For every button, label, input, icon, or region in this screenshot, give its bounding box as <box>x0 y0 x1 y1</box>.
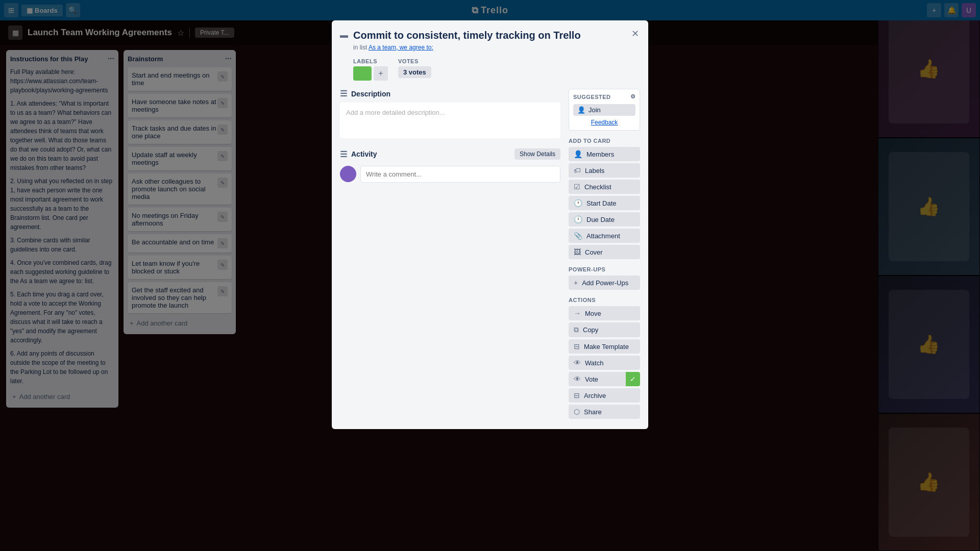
current-user-avatar <box>340 166 356 182</box>
members-button[interactable]: 👤 Members <box>569 147 640 161</box>
feedback-link[interactable]: Feedback <box>573 119 635 126</box>
votes-button[interactable]: 3 votes <box>398 66 431 78</box>
person-icon: 👤 <box>574 150 582 158</box>
description-placeholder: Add a more detailed description... <box>346 109 445 116</box>
show-details-button[interactable]: Show Details <box>514 148 560 160</box>
eye-icon: 👁 <box>574 359 581 367</box>
arrow-icon: → <box>574 309 581 317</box>
description-icon: ☰ <box>340 89 347 98</box>
modal-main: ☰ Description Add a more detailed descri… <box>340 89 560 421</box>
card-detail-icon: ▬ <box>340 31 348 40</box>
modal-body: ☰ Description Add a more detailed descri… <box>340 89 640 421</box>
checklist-button[interactable]: ☑ Checklist <box>569 180 640 194</box>
actions-label: ACTIONS <box>569 297 640 303</box>
copy-button[interactable]: ⧉ Copy <box>569 322 640 337</box>
description-header: ☰ Description <box>340 89 560 98</box>
vote-button-row: 👁 Vote ✓ <box>569 372 640 386</box>
card-detail-modal: ✕ ▬ Commit to consistent, timely trackin… <box>332 20 648 429</box>
power-ups-label: POWER-UPS <box>569 266 640 272</box>
labels-section: LABELS + <box>353 58 388 81</box>
make-template-button[interactable]: ⊟ Make Template <box>569 339 640 354</box>
cover-button[interactable]: 🖼 Cover <box>569 245 640 259</box>
checklist-icon: ☑ <box>574 183 580 191</box>
tag-icon: 🏷 <box>574 166 581 174</box>
archive-icon: ⊟ <box>574 391 580 399</box>
copy-icon: ⧉ <box>574 325 579 334</box>
modal-sidebar: SUGGESTED ⚙ 👤 Join Feedback ADD TO CARD … <box>569 89 640 421</box>
modal-title[interactable]: Commit to consistent, timely tracking on… <box>353 29 581 42</box>
vote-button[interactable]: 👁 Vote <box>569 372 626 386</box>
modal-meta-row: LABELS + VOTES 3 votes <box>353 58 640 81</box>
join-button[interactable]: 👤 Join <box>573 104 635 116</box>
activity-title: ☰ Activity <box>340 149 377 159</box>
add-to-card-label: ADD TO CARD <box>569 138 640 144</box>
list-name-link[interactable]: As a team, we agree to: <box>369 44 433 51</box>
clock-icon: 🕐 <box>574 215 582 223</box>
plus-icon: + <box>574 279 578 287</box>
suggested-section: SUGGESTED ⚙ 👤 Join Feedback <box>569 89 640 131</box>
vote-icon: 👁 <box>574 375 581 383</box>
modal-close-button[interactable]: ✕ <box>627 26 643 42</box>
watch-button[interactable]: 👁 Watch <box>569 356 640 370</box>
due-date-button[interactable]: 🕐 Due Date <box>569 212 640 227</box>
modal-list-info: in list As a team, we agree to: <box>353 44 640 51</box>
person-icon: 👤 <box>577 106 585 114</box>
activity-header: ☰ Activity Show Details <box>340 148 560 160</box>
activity-icon: ☰ <box>340 149 347 159</box>
modal-overlay[interactable]: ✕ ▬ Commit to consistent, timely trackin… <box>0 0 980 551</box>
vote-check-button[interactable]: ✓ <box>626 372 640 386</box>
share-icon: ⬡ <box>574 408 580 416</box>
attachment-button[interactable]: 📎 Attachment <box>569 229 640 243</box>
paperclip-icon: 📎 <box>574 232 582 240</box>
start-date-button[interactable]: 🕐 Start Date <box>569 196 640 210</box>
labels-button[interactable]: 🏷 Labels <box>569 163 640 178</box>
modal-title-row: ▬ Commit to consistent, timely tracking … <box>340 29 640 42</box>
labels-row: + <box>353 66 388 81</box>
suggested-header: SUGGESTED ⚙ <box>573 93 635 100</box>
description-label: Description <box>351 90 390 98</box>
settings-icon[interactable]: ⚙ <box>630 93 636 100</box>
activity-input-row <box>340 166 560 183</box>
share-button[interactable]: ⬡ Share <box>569 405 640 419</box>
votes-section: VOTES 3 votes <box>398 58 431 81</box>
add-power-ups-button[interactable]: + Add Power-Ups <box>569 276 640 290</box>
activity-label: Activity <box>351 150 377 158</box>
green-label[interactable] <box>353 66 372 81</box>
clock-icon: 🕐 <box>574 199 582 207</box>
image-icon: 🖼 <box>574 248 581 256</box>
template-icon: ⊟ <box>574 342 580 350</box>
move-button[interactable]: → Move <box>569 306 640 320</box>
archive-button[interactable]: ⊟ Archive <box>569 388 640 403</box>
description-box[interactable]: Add a more detailed description... <box>340 103 560 138</box>
add-label-button[interactable]: + <box>374 66 388 81</box>
comment-input[interactable] <box>360 166 560 183</box>
